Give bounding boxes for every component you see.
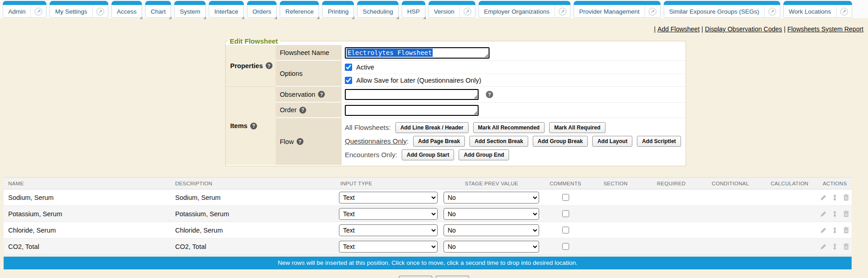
tab-similar-exposure-groups-segs[interactable]: Similar Exposure Groups (SEGs) ↗ — [664, 1, 780, 18]
stage-prev-value-select[interactable]: No — [444, 192, 539, 204]
move-up-down-icon[interactable] — [831, 194, 838, 201]
external-link-icon: ↗ — [30, 5, 46, 17]
edit-pencil-icon[interactable] — [820, 194, 827, 201]
flowsheet-name-label-cell: Flowsheet Name — [276, 45, 342, 61]
nav-tab-label: Scheduling — [358, 8, 398, 15]
resize-grip-icon[interactable] — [474, 111, 477, 114]
mark-all-required-button[interactable]: Mark All Required — [549, 122, 606, 133]
resize-grip-icon[interactable] — [474, 95, 477, 99]
nav-tab-label: HSP — [402, 8, 425, 15]
flow-line: All Flowsheets: Add Line Break / HeaderM… — [345, 121, 686, 134]
tab-employer-organizations[interactable]: Employer Organizations ↗ — [479, 1, 570, 18]
add-group-end-button[interactable]: Add Group End — [459, 149, 509, 160]
col-header-conditional: CONDITIONAL — [700, 181, 761, 186]
table-row-co2-total: CO2, Total CO2, Total Text No — [4, 238, 852, 255]
observation-input[interactable] — [345, 89, 479, 100]
input-type-select[interactable]: Text — [339, 208, 438, 220]
tab-orders[interactable]: Orders — [247, 1, 277, 18]
add-layout-button[interactable]: Add Layout — [592, 136, 632, 147]
comments-checkbox[interactable] — [562, 243, 569, 250]
tab-interface[interactable]: Interface — [209, 1, 244, 18]
tab-chart[interactable]: Chart — [145, 1, 171, 18]
nav-tab-label: System — [175, 8, 205, 15]
col-header-stage-prev-value: STAGE PREV VALUE — [440, 181, 543, 186]
order-label-cell: Order ? — [276, 103, 342, 118]
input-type-select[interactable]: Text — [339, 224, 438, 236]
dropdown-corner-icon — [396, 16, 399, 19]
col-header-input-type: INPUT TYPE — [336, 181, 440, 186]
delete-trash-icon[interactable] — [843, 210, 850, 218]
col-header-section: SECTION — [588, 181, 643, 186]
flowsheet-name-input[interactable]: Electrolytes Flowsheet — [345, 47, 490, 59]
edit-pencil-icon[interactable] — [820, 210, 827, 218]
mark-all-recommended-button[interactable]: Mark All Recommended — [473, 122, 545, 133]
external-link-icon: ↗ — [645, 5, 660, 17]
tab-reference[interactable]: Reference — [280, 1, 319, 18]
input-type-select[interactable]: Text — [339, 192, 438, 204]
flow-help-icon[interactable]: ? — [297, 138, 303, 145]
dropdown-corner-icon — [317, 16, 319, 19]
top-nav: Admin ↗ My Settings ↗ Access Chart Syste… — [0, 0, 868, 18]
add-section-break-button[interactable]: Add Section Break — [469, 136, 528, 147]
submit-button[interactable]: Submit — [399, 276, 432, 278]
dropdown-corner-icon — [169, 16, 172, 19]
observation-field-help-icon[interactable]: ? — [486, 91, 493, 98]
items-help-icon[interactable]: ? — [250, 123, 257, 129]
row-description: Sodium, Serum — [171, 194, 336, 201]
tab-version[interactable]: Version ↗ — [429, 1, 475, 18]
add-line-break-header-button[interactable]: Add Line Break / Header — [395, 122, 469, 133]
header-link-add-flowsheet[interactable]: Add Flowsheet — [657, 25, 700, 33]
nav-tab-label: Access — [112, 8, 142, 15]
order-help-icon[interactable]: ? — [299, 107, 306, 114]
tab-system[interactable]: System — [174, 1, 206, 18]
header-link-flowsheets-system-report[interactable]: Flowsheets System Report — [787, 25, 863, 33]
add-scriptlet-button[interactable]: Add Scriptlet — [637, 136, 681, 147]
insert-position-banner[interactable]: New rows will be inserted at this positi… — [4, 257, 852, 269]
tab-admin[interactable]: Admin ↗ — [3, 1, 46, 18]
form-footer: Submit Cancel — [0, 276, 868, 278]
stage-prev-value-select[interactable]: No — [444, 241, 539, 253]
tab-printing[interactable]: Printing — [322, 1, 354, 18]
comments-checkbox[interactable] — [562, 194, 569, 201]
cancel-button[interactable]: Cancel — [436, 276, 469, 278]
stage-prev-value-select[interactable]: No — [444, 224, 539, 236]
add-group-break-button[interactable]: Add Group Break — [533, 136, 588, 147]
comments-checkbox[interactable] — [562, 227, 569, 233]
option-checkbox[interactable] — [345, 77, 352, 84]
tab-provider-management[interactable]: Provider Management ↗ — [574, 1, 661, 18]
delete-trash-icon[interactable] — [843, 227, 850, 234]
resize-grip-icon[interactable] — [484, 54, 488, 57]
order-input[interactable] — [345, 105, 479, 116]
option-label: Allow Save for Later (Questionnaires Onl… — [356, 77, 481, 84]
nav-tab-label: Admin — [3, 8, 30, 15]
edit-pencil-icon[interactable] — [820, 243, 827, 250]
tab-my-settings[interactable]: My Settings ↗ — [50, 1, 108, 18]
col-header-name: NAME — [4, 181, 171, 186]
tab-scheduling[interactable]: Scheduling — [357, 1, 399, 18]
nav-tab-label: Similar Exposure Groups (SEGs) — [664, 8, 764, 15]
observation-help-icon[interactable]: ? — [318, 91, 325, 98]
move-up-down-icon[interactable] — [831, 227, 838, 234]
flow-line: Encounters Only: Add Group StartAdd Grou… — [345, 149, 686, 161]
input-type-select[interactable]: Text — [339, 241, 438, 253]
add-group-start-button[interactable]: Add Group Start — [402, 149, 454, 160]
option-label: Active — [356, 64, 374, 71]
nav-tab-label: My Settings — [50, 8, 92, 15]
tab-access[interactable]: Access — [111, 1, 142, 18]
edit-pencil-icon[interactable] — [820, 227, 827, 234]
header-link-display-observation-codes[interactable]: Display Observation Codes — [705, 25, 782, 33]
col-header-calculation: CALCULATION — [761, 181, 818, 186]
comments-checkbox[interactable] — [562, 210, 569, 217]
add-page-break-button[interactable]: Add Page Break — [413, 136, 465, 147]
properties-help-icon[interactable]: ? — [266, 62, 273, 69]
external-link-icon: ↗ — [764, 5, 780, 17]
move-up-down-icon[interactable] — [831, 210, 838, 218]
col-header-description: DESCRIPTION — [171, 181, 336, 186]
tab-work-locations[interactable]: Work Locations ↗ — [783, 1, 852, 18]
tab-hsp[interactable]: HSP — [402, 1, 425, 18]
option-checkbox[interactable] — [345, 64, 352, 71]
delete-trash-icon[interactable] — [843, 243, 850, 250]
delete-trash-icon[interactable] — [843, 194, 850, 201]
move-up-down-icon[interactable] — [831, 243, 838, 250]
stage-prev-value-select[interactable]: No — [444, 208, 539, 220]
